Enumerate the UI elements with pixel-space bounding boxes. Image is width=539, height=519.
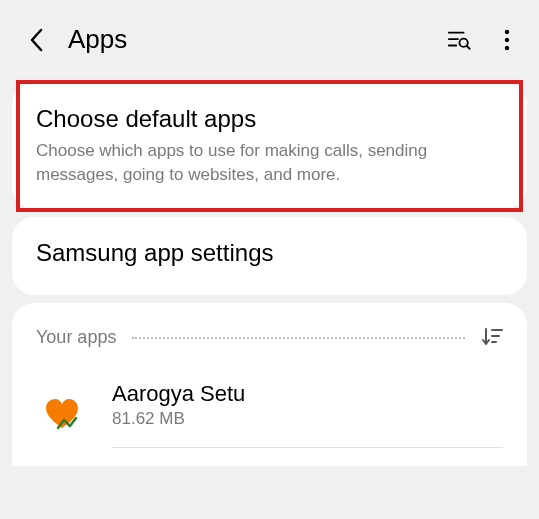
- your-apps-section: Your apps Aarogya Setu 81.62 MB: [12, 303, 527, 466]
- svg-point-5: [505, 29, 509, 33]
- more-icon[interactable]: [495, 28, 519, 52]
- app-row[interactable]: Aarogya Setu 81.62 MB: [36, 373, 503, 466]
- app-name: Aarogya Setu: [112, 381, 503, 407]
- your-apps-heading: Your apps: [36, 327, 116, 348]
- card-title: Choose default apps: [36, 105, 503, 133]
- card-subtitle: Choose which apps to use for making call…: [36, 139, 503, 187]
- choose-default-apps-card[interactable]: Choose default apps Choose which apps to…: [12, 83, 527, 209]
- back-icon[interactable]: [24, 28, 48, 52]
- samsung-app-settings-card[interactable]: Samsung app settings: [12, 217, 527, 295]
- page-title: Apps: [68, 24, 447, 55]
- svg-point-6: [505, 37, 509, 41]
- sort-icon[interactable]: [481, 327, 503, 349]
- svg-point-7: [505, 45, 509, 49]
- card-title: Samsung app settings: [36, 239, 503, 267]
- app-icon-aarogya-setu: [36, 388, 88, 440]
- app-size: 81.62 MB: [112, 409, 503, 429]
- divider-dotted: [132, 337, 465, 339]
- search-filter-icon[interactable]: [447, 28, 471, 52]
- svg-line-4: [467, 46, 470, 49]
